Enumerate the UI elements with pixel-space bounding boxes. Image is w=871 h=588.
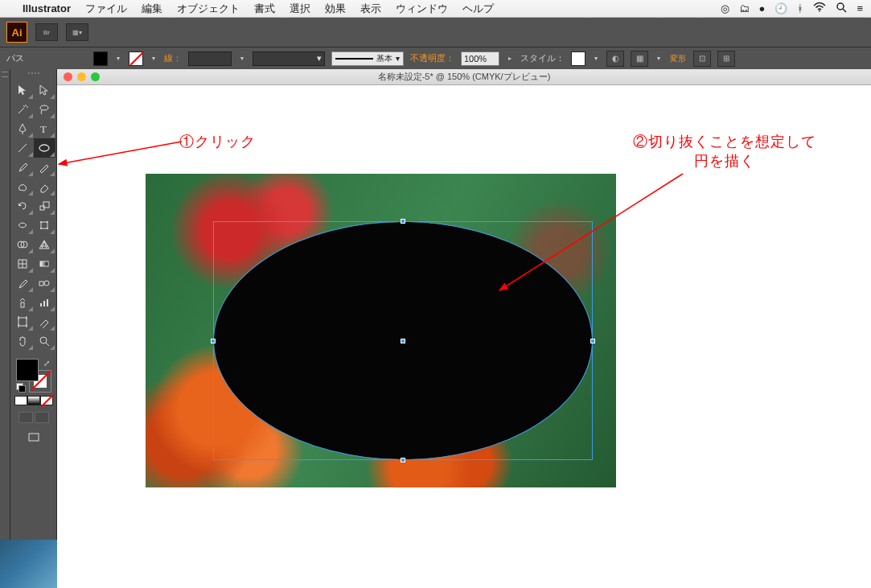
align-dropdown-icon[interactable]: ▾ <box>655 52 663 65</box>
fill-stroke-indicator[interactable]: ⤢ <box>16 359 51 393</box>
tools-grip[interactable] <box>18 72 50 79</box>
graphic-style-swatch[interactable] <box>571 51 585 66</box>
draw-normal-icon[interactable] <box>18 412 33 423</box>
canvas[interactable]: ①クリック ②切り抜くことを想定して 円を描く <box>57 85 871 588</box>
artboard-tool[interactable] <box>12 312 34 331</box>
fill-dropdown-icon[interactable]: ▾ <box>114 52 122 65</box>
status-icon[interactable]: 🗂 <box>739 2 750 14</box>
line-segment-tool[interactable] <box>12 138 34 158</box>
svg-point-0 <box>819 10 820 12</box>
variable-width-profile[interactable]: ▾ <box>253 51 325 66</box>
blend-tool[interactable] <box>34 273 55 293</box>
slice-tool[interactable] <box>34 312 55 331</box>
direct-selection-tool[interactable] <box>34 80 55 100</box>
menu-extra-icon[interactable]: ≡ <box>857 2 863 14</box>
transform-label[interactable]: 変形 <box>669 51 687 67</box>
window-minimize-icon[interactable] <box>77 72 86 81</box>
annotation-text-2: ②切り抜くことを想定して 円を描く <box>604 132 845 171</box>
brush-definition[interactable]: 基本▾ <box>331 51 404 66</box>
ellipse-tool[interactable] <box>34 138 55 158</box>
gradient-tool[interactable] <box>34 254 55 273</box>
menu-object[interactable]: オブジェクト <box>177 2 240 16</box>
stroke-weight-dropdown-icon[interactable]: ▾ <box>238 52 246 65</box>
width-tool[interactable] <box>12 216 34 235</box>
align-icon[interactable]: ▦ <box>631 51 648 67</box>
eyedropper-tool[interactable] <box>12 273 34 293</box>
bridge-icon[interactable]: Br <box>35 23 58 41</box>
color-mode-none[interactable] <box>40 396 53 405</box>
window-zoom-icon[interactable] <box>91 72 100 81</box>
mesh-tool[interactable] <box>12 254 34 273</box>
column-graph-tool[interactable] <box>34 293 55 312</box>
svg-line-35 <box>499 174 683 290</box>
svg-rect-26 <box>18 318 27 326</box>
stroke-dropdown-icon[interactable]: ▾ <box>150 52 158 65</box>
pencil-tool[interactable] <box>34 158 55 177</box>
tools-panel: T <box>10 69 57 588</box>
menu-type[interactable]: 書式 <box>254 2 275 16</box>
fill-swatch[interactable] <box>93 51 108 66</box>
menu-edit[interactable]: 編集 <box>142 2 162 16</box>
window-close-icon[interactable] <box>64 72 72 81</box>
selection-type-label: パス <box>6 52 87 64</box>
eraser-tool[interactable] <box>34 177 55 196</box>
creative-cloud-icon[interactable]: ◎ <box>721 2 729 14</box>
clock-icon[interactable]: 🕘 <box>774 2 787 14</box>
hand-tool[interactable] <box>12 331 34 351</box>
menubar-status-icons: ◎ 🗂 ● 🕘 ᚼ ≡ <box>721 2 863 15</box>
pen-tool[interactable] <box>12 119 34 138</box>
swap-fill-stroke-icon[interactable]: ⤢ <box>43 359 50 368</box>
menu-help[interactable]: ヘルプ <box>462 2 494 16</box>
svg-rect-22 <box>21 302 24 307</box>
perspective-grid-tool[interactable] <box>34 235 55 254</box>
svg-point-10 <box>40 221 42 223</box>
screen-mode-buttons <box>18 412 49 423</box>
scale-tool[interactable] <box>34 196 55 216</box>
magic-wand-tool[interactable] <box>12 100 34 119</box>
color-mode-solid[interactable] <box>14 396 27 405</box>
opacity-input[interactable] <box>461 51 499 66</box>
opacity-dropdown-icon[interactable]: ▸ <box>506 52 514 65</box>
style-label: スタイル： <box>520 52 565 64</box>
bluetooth-icon[interactable]: ᚼ <box>797 2 803 14</box>
menu-window[interactable]: ウィンドウ <box>396 2 448 16</box>
illustrator-app-bar: Ai Br ▦▾ <box>0 18 871 47</box>
style-dropdown-icon[interactable]: ▾ <box>592 52 600 65</box>
isolate-icon[interactable]: ⊡ <box>693 51 711 67</box>
menu-select[interactable]: 選択 <box>290 2 310 16</box>
shape-builder-tool[interactable] <box>12 235 34 254</box>
lasso-tool[interactable] <box>34 100 55 119</box>
svg-line-2 <box>843 9 846 12</box>
svg-rect-23 <box>40 303 42 306</box>
edit-icon[interactable]: ⊞ <box>717 51 735 67</box>
recolor-artwork-icon[interactable]: ◐ <box>606 51 624 67</box>
change-screen-mode[interactable] <box>23 428 44 447</box>
spotlight-icon[interactable] <box>836 2 847 15</box>
default-fill-stroke-icon[interactable] <box>16 383 26 393</box>
zoom-tool[interactable] <box>34 331 55 351</box>
wifi-icon[interactable] <box>813 2 826 14</box>
paintbrush-tool[interactable] <box>12 158 34 177</box>
panel-collapse-strip[interactable] <box>0 69 10 588</box>
menu-file[interactable]: ファイル <box>85 2 127 16</box>
symbol-sprayer-tool[interactable] <box>12 293 34 312</box>
fill-indicator[interactable] <box>16 359 39 381</box>
control-bar: パス ▾ ▾ 線： ▾ ▾ 基本▾ 不透明度： ▸ スタイル： ▾ ◐ ▦▾ 変… <box>0 47 871 69</box>
status-icon-2[interactable]: ● <box>759 2 766 14</box>
app-menu[interactable]: Illustrator <box>23 2 71 14</box>
free-transform-tool[interactable] <box>34 216 55 235</box>
rotate-tool[interactable] <box>12 196 34 216</box>
selection-tool[interactable] <box>12 80 34 100</box>
type-tool[interactable]: T <box>34 119 55 138</box>
arrange-documents-icon[interactable]: ▦▾ <box>66 23 88 41</box>
menu-effect[interactable]: 効果 <box>325 2 346 16</box>
desktop-background <box>0 540 57 588</box>
svg-rect-19 <box>40 261 48 266</box>
svg-point-11 <box>47 221 48 223</box>
stroke-swatch[interactable] <box>129 51 143 66</box>
draw-behind-icon[interactable] <box>35 412 49 423</box>
blob-brush-tool[interactable] <box>12 177 34 196</box>
color-mode-gradient[interactable] <box>27 396 40 405</box>
menu-view[interactable]: 表示 <box>360 2 381 16</box>
stroke-weight-input[interactable] <box>188 51 232 66</box>
